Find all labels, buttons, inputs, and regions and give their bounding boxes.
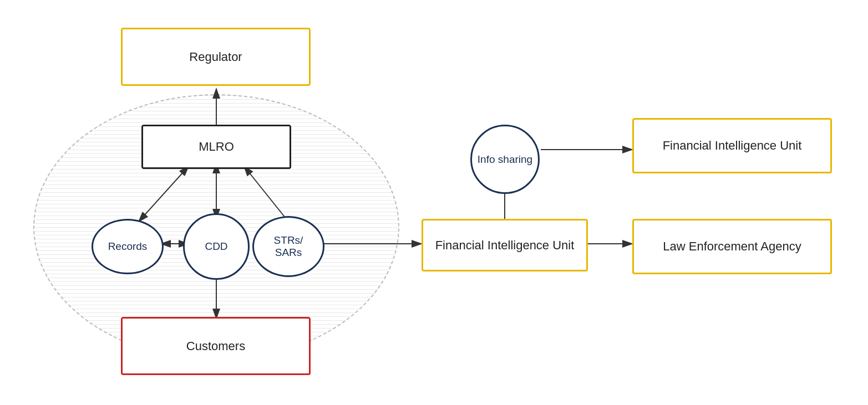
mlro-box: MLRO bbox=[141, 125, 291, 169]
info-sharing-circle: Info sharing bbox=[470, 125, 540, 194]
law-enforcement-agency-box: Law Enforcement Agency bbox=[632, 219, 832, 274]
financial-intelligence-unit-main-box: Financial Intelligence Unit bbox=[422, 219, 588, 271]
regulator-label: Regulator bbox=[189, 50, 242, 64]
strs-sars-label: STRs/ SARs bbox=[274, 234, 303, 259]
mlro-label: MLRO bbox=[199, 140, 234, 154]
info-sharing-label: Info sharing bbox=[478, 153, 532, 166]
financial-intelligence-unit-main-label: Financial Intelligence Unit bbox=[435, 238, 575, 253]
financial-intelligence-unit-top-label: Financial Intelligence Unit bbox=[663, 139, 802, 153]
cdd-label: CDD bbox=[205, 240, 227, 253]
customers-label: Customers bbox=[186, 339, 245, 353]
strs-sars-circle: STRs/ SARs bbox=[252, 216, 324, 277]
law-enforcement-agency-label: Law Enforcement Agency bbox=[663, 239, 801, 254]
records-circle: Records bbox=[92, 219, 164, 274]
cdd-circle: CDD bbox=[183, 213, 250, 280]
records-label: Records bbox=[108, 240, 148, 253]
customers-box: Customers bbox=[121, 317, 311, 375]
diagram: Regulator MLRO Records CDD STRs/ SARs Cu… bbox=[0, 0, 868, 405]
financial-intelligence-unit-top-box: Financial Intelligence Unit bbox=[632, 118, 832, 173]
regulator-box: Regulator bbox=[121, 28, 311, 86]
